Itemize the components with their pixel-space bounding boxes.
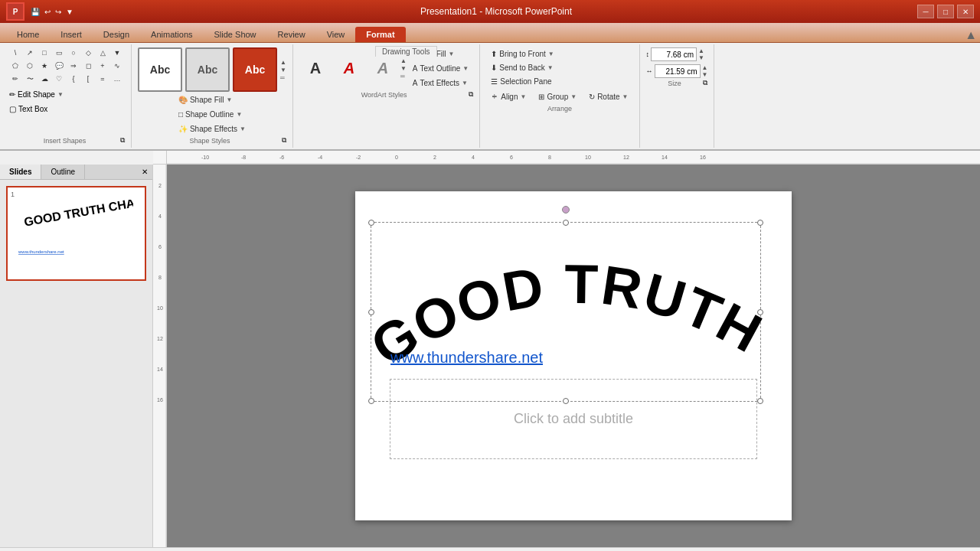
misc-shape[interactable]: … <box>111 73 123 84</box>
save-button[interactable]: 💾 <box>29 6 41 18</box>
height-down-button[interactable]: ▼ <box>698 54 704 61</box>
shape-styles-expand[interactable]: ⧉ <box>282 136 286 145</box>
selection-pane-button[interactable]: ☰ Selection Pane <box>486 75 632 88</box>
pentagon-shape[interactable]: ⬠ <box>9 60 21 71</box>
heart-shape[interactable]: ♡ <box>53 73 65 84</box>
text-outline-button[interactable]: A Text Outline ▼ <box>408 62 473 75</box>
more-shapes[interactable]: ▼ <box>111 47 123 58</box>
wordart-expand[interactable]: ⧉ <box>469 90 473 99</box>
insert-shapes-expand[interactable]: ⧉ <box>120 136 125 145</box>
group-button[interactable]: ⊞ Group ▼ <box>534 90 581 103</box>
align-dropdown[interactable]: ▼ <box>521 93 527 100</box>
handle-bottom-right[interactable] <box>757 398 763 404</box>
scroll-more-arrow[interactable]: ═ <box>280 74 286 81</box>
tab-view[interactable]: View <box>316 27 356 42</box>
wordart-scroll-down[interactable]: ▼ <box>400 65 407 72</box>
maximize-button[interactable]: □ <box>937 5 954 18</box>
arrow-shape[interactable]: ↗ <box>24 47 36 58</box>
width-down-button[interactable]: ▼ <box>702 71 708 78</box>
send-back-dropdown[interactable]: ▼ <box>547 64 554 71</box>
flow-shape[interactable]: ◻ <box>82 60 94 71</box>
selected-shape[interactable]: GOOD TRUTH CHA www.thundershare.net <box>371 222 761 402</box>
shape-effects-button[interactable]: ✨ Shape Effects ▼ <box>174 122 250 135</box>
shape-fill-button[interactable]: 🎨 Shape Fill ▼ <box>174 93 250 106</box>
rotate-dropdown[interactable]: ▼ <box>622 93 629 100</box>
panel-close-button[interactable]: ✕ <box>137 165 152 179</box>
tab-animations[interactable]: Animations <box>140 27 203 42</box>
cloud-shape[interactable]: ☁ <box>38 73 51 84</box>
shape-style-3-button[interactable]: Abc <box>233 47 277 92</box>
diamond-shape[interactable]: ◇ <box>82 47 94 58</box>
text-fill-dropdown[interactable]: ▼ <box>448 51 454 57</box>
shape-outline-dropdown[interactable]: ▼ <box>236 111 242 118</box>
edit-shape-button[interactable]: ✏ Edit Shape ▼ <box>9 90 64 99</box>
bring-front-dropdown[interactable]: ▼ <box>548 51 554 57</box>
callout-shape[interactable]: 💬 <box>53 60 65 71</box>
ribbon-collapse-button[interactable]: ▲ <box>965 28 977 42</box>
equation-shape[interactable]: = <box>96 73 109 84</box>
redo-button[interactable]: ↪ <box>54 6 63 18</box>
undo-button[interactable]: ↩ <box>43 6 52 18</box>
subtitle-box[interactable]: Click to add subtitle <box>390 379 757 459</box>
rotation-handle[interactable] <box>562 206 570 214</box>
brace-shape[interactable]: { <box>67 73 80 84</box>
shape-outline-button[interactable]: □ Shape Outline ▼ <box>174 108 250 121</box>
outline-tab[interactable]: Outline <box>41 165 85 179</box>
minimize-button[interactable]: ─ <box>917 5 934 18</box>
text-effects-button[interactable]: A Text Effects ▼ <box>408 77 473 90</box>
hexagon-shape[interactable]: ⬡ <box>24 60 36 71</box>
notes-bar[interactable]: Click to add notes <box>0 547 980 551</box>
size-expand[interactable]: ⧉ <box>703 79 707 87</box>
scroll-down-arrow[interactable]: ▼ <box>280 67 286 73</box>
freeform-shape[interactable]: ✏ <box>9 73 21 84</box>
tab-review[interactable]: Review <box>267 27 316 42</box>
rounded-rect-shape[interactable]: ▭ <box>53 47 65 58</box>
shape-style-1-button[interactable]: Abc <box>138 47 182 92</box>
wordart-style-3[interactable]: A <box>367 53 399 85</box>
wordart-scroll-up[interactable]: ▲ <box>400 57 407 64</box>
slides-tab[interactable]: Slides <box>0 165 41 179</box>
height-input[interactable]: 7.68 cm <box>651 47 697 61</box>
send-back-button[interactable]: ⬇ Send to Back ▼ <box>486 61 632 74</box>
width-input[interactable]: 21.59 cm <box>655 64 701 78</box>
tab-home[interactable]: Home <box>6 27 50 42</box>
align-button[interactable]: ⫩ Align ▼ <box>486 90 531 103</box>
wordart-style-1[interactable]: A <box>299 53 332 85</box>
block-arrow-shape[interactable]: ⇒ <box>67 60 80 71</box>
handle-bottom-left[interactable] <box>368 398 374 404</box>
close-button[interactable]: ✕ <box>957 5 974 18</box>
bracket-shape[interactable]: [ <box>82 73 94 84</box>
curve-shape[interactable]: ∿ <box>111 60 123 71</box>
customize-qa-button[interactable]: ▼ <box>64 6 75 18</box>
rect-shape[interactable]: □ <box>38 47 51 58</box>
star-shape[interactable]: ★ <box>38 60 51 71</box>
scribble-shape[interactable]: 〜 <box>24 73 36 84</box>
rotate-button[interactable]: ↻ Rotate ▼ <box>584 90 632 103</box>
tab-slideshow[interactable]: Slide Show <box>204 27 267 42</box>
shape-fill-dropdown[interactable]: ▼ <box>226 96 232 103</box>
line-shape[interactable]: \ <box>9 47 21 58</box>
text-outline-dropdown[interactable]: ▼ <box>462 65 469 72</box>
height-up-button[interactable]: ▲ <box>698 47 704 54</box>
group-dropdown[interactable]: ▼ <box>570 93 577 100</box>
circle-shape[interactable]: ○ <box>67 47 80 58</box>
text-box-button[interactable]: ▢ Text Box <box>9 105 47 113</box>
tab-design[interactable]: Design <box>93 27 140 42</box>
slide-canvas[interactable]: GOOD TRUTH CHA www.thundershare.net Clic… <box>167 165 980 547</box>
cross-shape[interactable]: + <box>96 60 109 71</box>
tab-insert[interactable]: Insert <box>50 27 93 42</box>
scroll-up-arrow[interactable]: ▲ <box>280 59 286 66</box>
wordart-scroll-more[interactable]: ═ <box>400 73 407 80</box>
wordart-style-2[interactable]: A <box>333 53 365 85</box>
text-effects-dropdown[interactable]: ▼ <box>462 80 468 86</box>
bring-front-button[interactable]: ⬆ Bring to Front ▼ <box>486 47 632 60</box>
shape-options: 🎨 Shape Fill ▼ □ Shape Outline ▼ ✨ Shape… <box>174 93 250 135</box>
shape-effects-dropdown[interactable]: ▼ <box>240 126 246 132</box>
edit-shape-dropdown[interactable]: ▼ <box>57 91 64 98</box>
shape-style-2-button[interactable]: Abc <box>185 47 230 92</box>
slide-content[interactable]: GOOD TRUTH CHA www.thundershare.net Clic… <box>355 191 792 520</box>
triangle-shape[interactable]: △ <box>96 47 109 58</box>
tab-format[interactable]: Format <box>355 27 405 42</box>
width-up-button[interactable]: ▲ <box>702 64 708 71</box>
slide-thumbnail-1[interactable]: 1 GOOD TRUTH CHA www.thundershare.net <box>6 186 146 281</box>
